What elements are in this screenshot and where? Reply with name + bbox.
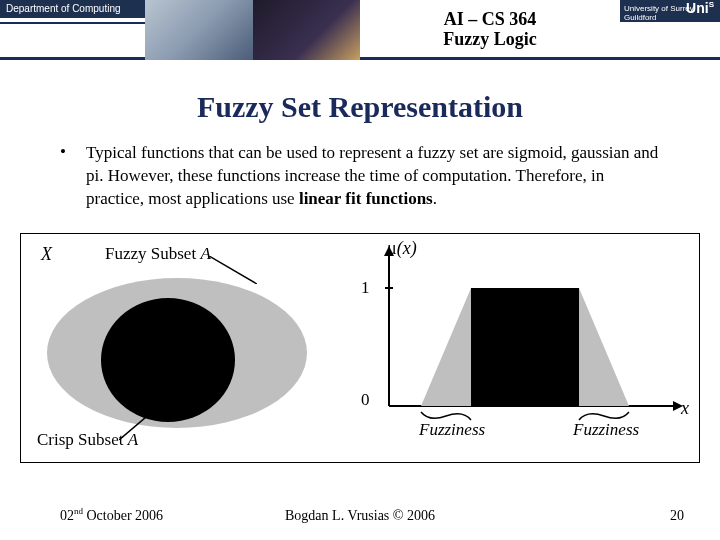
uni-banner: UniS University of Surrey Guildford bbox=[620, 0, 720, 22]
bullet-post: . bbox=[433, 189, 437, 208]
slide-footer: 02nd October 2006 Bogdan L. Vrusias © 20… bbox=[0, 504, 720, 524]
y-tick-0: 0 bbox=[361, 390, 370, 410]
venn-crisp-var: A bbox=[128, 430, 138, 449]
svg-marker-5 bbox=[673, 401, 683, 411]
venn-crisp-text: Crisp Subset bbox=[37, 430, 128, 449]
figure-box: X Fuzzy Subset A Crisp Subset A μ(x) 1 0… bbox=[20, 233, 700, 463]
svg-line-0 bbox=[209, 256, 257, 284]
slide-title: Fuzzy Set Representation bbox=[0, 90, 720, 124]
slide: Department of Computing AI – CS 364 Fuzz… bbox=[0, 0, 720, 540]
bullet-row: • Typical functions that can be used to … bbox=[60, 142, 660, 211]
y-tick-1: 1 bbox=[361, 278, 370, 298]
slide-header: Department of Computing AI – CS 364 Fuzz… bbox=[0, 0, 720, 60]
bullet-bold: linear fit functions bbox=[299, 189, 433, 208]
footer-author: Bogdan L. Vrusias © 2006 bbox=[0, 508, 720, 524]
bullet-text: Typical functions that can be used to re… bbox=[86, 142, 660, 211]
venn-crisp-disc bbox=[101, 298, 235, 422]
slide-body: • Typical functions that can be used to … bbox=[0, 142, 720, 211]
svg-marker-3 bbox=[384, 246, 394, 256]
venn-panel: X Fuzzy Subset A Crisp Subset A bbox=[31, 242, 336, 454]
course-code: AI – CS 364 bbox=[444, 10, 537, 30]
venn-universe-label: X bbox=[41, 244, 52, 265]
chart-svg bbox=[379, 246, 689, 446]
membership-chart: μ(x) 1 0 x Fuzziness Fuzziness bbox=[361, 240, 691, 456]
svg-rect-8 bbox=[471, 288, 579, 406]
venn-crisp-label: Crisp Subset A bbox=[37, 430, 138, 450]
bullet-mark: • bbox=[60, 142, 86, 211]
footer-page: 20 bbox=[670, 508, 684, 524]
callout-fuzzy-line bbox=[209, 256, 257, 284]
uni-brand: UniS bbox=[686, 0, 714, 16]
venn-fuzzy-label: Fuzzy Subset A bbox=[105, 244, 211, 264]
venn-fuzzy-text: Fuzzy Subset bbox=[105, 244, 200, 263]
header-title-wrap: AI – CS 364 Fuzzy Logic bbox=[360, 0, 620, 60]
header-photo-lab bbox=[145, 0, 253, 60]
course-topic: Fuzzy Logic bbox=[443, 29, 536, 50]
dept-banner: Department of Computing bbox=[0, 0, 145, 18]
header-photo-strip bbox=[145, 0, 360, 60]
dept-rule bbox=[0, 22, 145, 24]
header-photo-students bbox=[253, 0, 361, 60]
